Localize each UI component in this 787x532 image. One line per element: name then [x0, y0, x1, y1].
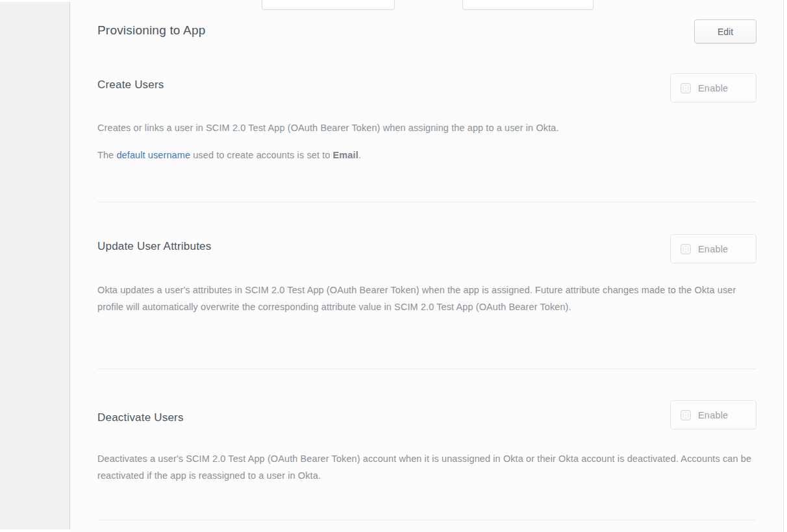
- enable-checkbox-icon[interactable]: [681, 410, 691, 420]
- default-username-link[interactable]: default username: [116, 150, 190, 160]
- enable-checkbox-icon[interactable]: [681, 83, 691, 93]
- note-prefix: The: [97, 150, 116, 160]
- section-divider: [97, 520, 756, 520]
- page-title: Provisioning to App: [97, 23, 205, 38]
- create-users-username-note: The default username used to create acco…: [97, 147, 756, 163]
- update-user-attributes-description: Okta updates a user's attributes in SCIM…: [97, 282, 756, 315]
- enable-toggle-deactivate-users[interactable]: Enable: [670, 400, 756, 429]
- note-middle: used to create accounts is set to: [190, 150, 333, 160]
- enable-toggle-create-users[interactable]: Enable: [670, 73, 756, 103]
- truncated-field-right[interactable]: [462, 0, 593, 10]
- note-suffix: .: [358, 150, 361, 160]
- section-title-create-users: Create Users: [97, 79, 164, 91]
- enable-toggle-update-user-attributes[interactable]: Enable: [670, 234, 756, 263]
- deactivate-users-description: Deactivates a user's SCIM 2.0 Test App (…: [97, 450, 756, 484]
- section-title-deactivate-users: Deactivate Users: [97, 411, 184, 424]
- enable-label: Enable: [698, 83, 728, 93]
- enable-label: Enable: [698, 244, 728, 254]
- enable-label: Enable: [698, 410, 728, 420]
- left-sidebar-gutter: [0, 2, 70, 529]
- provisioning-settings-panel: Provisioning to App Edit Create Users En…: [70, 0, 784, 532]
- enable-checkbox-icon[interactable]: [681, 244, 691, 254]
- create-users-description: Creates or links a user in SCIM 2.0 Test…: [97, 119, 756, 136]
- section-divider: [97, 369, 756, 369]
- note-bold-value: Email: [333, 150, 358, 160]
- section-title-update-user-attributes: Update User Attributes: [97, 240, 211, 253]
- section-divider: [97, 202, 756, 202]
- truncated-field-left[interactable]: [262, 0, 395, 10]
- edit-button[interactable]: Edit: [694, 19, 756, 43]
